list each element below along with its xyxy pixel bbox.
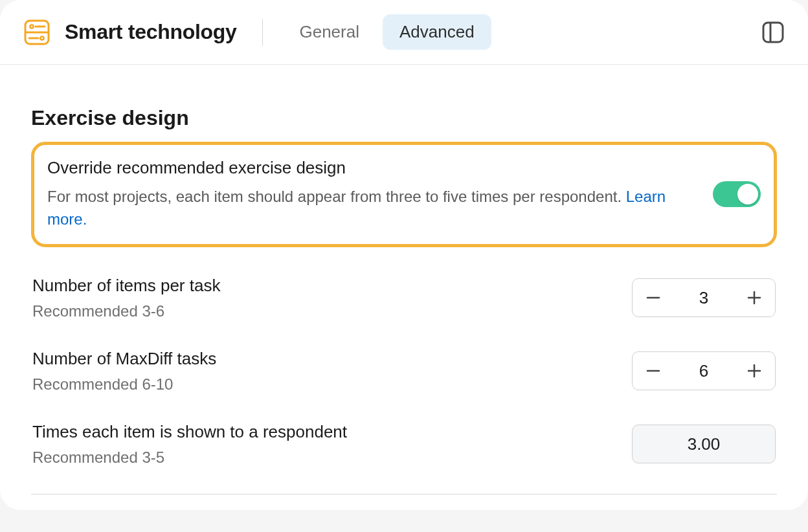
items-per-task-stepper: 3 (632, 278, 776, 317)
svg-rect-6 (763, 23, 783, 42)
row-items-per-task: Number of items per task Recommended 3-6… (31, 261, 777, 335)
row-times-shown-labels: Times each item is shown to a respondent… (32, 422, 614, 467)
page-title: Smart technology (65, 20, 236, 44)
divider-vertical (262, 19, 263, 46)
smart-technology-icon (23, 19, 50, 46)
settings-window: Smart technology General Advanced Exerci… (0, 0, 808, 510)
tab-bar: General Advanced (282, 14, 491, 50)
times-shown-sub: Recommended 3-5 (32, 449, 614, 467)
maxdiff-tasks-value[interactable]: 6 (674, 361, 734, 381)
svg-point-4 (40, 36, 43, 39)
maxdiff-tasks-title: Number of MaxDiff tasks (32, 349, 614, 369)
items-per-task-title: Number of items per task (32, 276, 614, 296)
items-per-task-increment[interactable] (734, 279, 775, 316)
toggle-knob (737, 184, 758, 205)
tab-advanced[interactable]: Advanced (383, 14, 491, 50)
override-highlight-box: Override recommended exercise design For… (31, 142, 777, 247)
maxdiff-tasks-decrement[interactable] (633, 352, 674, 390)
panel-toggle-icon[interactable] (761, 21, 785, 44)
header-bar: Smart technology General Advanced (0, 0, 808, 65)
override-description: For most projects, each item should appe… (47, 186, 682, 231)
maxdiff-tasks-sub: Recommended 6-10 (32, 375, 614, 393)
row-maxdiff-tasks-labels: Number of MaxDiff tasks Recommended 6-10 (32, 349, 614, 393)
maxdiff-tasks-increment[interactable] (734, 352, 775, 390)
items-per-task-decrement[interactable] (633, 279, 674, 316)
maxdiff-tasks-stepper: 6 (632, 351, 776, 390)
override-description-text: For most projects, each item should appe… (47, 188, 626, 205)
override-text: Override recommended exercise design For… (47, 158, 682, 231)
items-per-task-value[interactable]: 3 (674, 288, 734, 308)
times-shown-title: Times each item is shown to a respondent (32, 422, 614, 442)
row-items-per-task-labels: Number of items per task Recommended 3-6 (32, 276, 614, 320)
items-per-task-sub: Recommended 3-6 (32, 302, 614, 320)
times-shown-value: 3.00 (632, 425, 776, 463)
title-group: Smart technology (23, 19, 236, 46)
section-title: Exercise design (31, 106, 777, 130)
divider-horizontal (31, 494, 777, 494)
override-title: Override recommended exercise design (47, 158, 682, 178)
override-toggle[interactable] (713, 181, 761, 207)
svg-point-2 (30, 25, 33, 28)
row-times-shown: Times each item is shown to a respondent… (31, 408, 777, 481)
content-area: Exercise design Override recommended exe… (0, 65, 808, 510)
row-maxdiff-tasks: Number of MaxDiff tasks Recommended 6-10… (31, 335, 777, 408)
tab-general[interactable]: General (282, 14, 376, 50)
